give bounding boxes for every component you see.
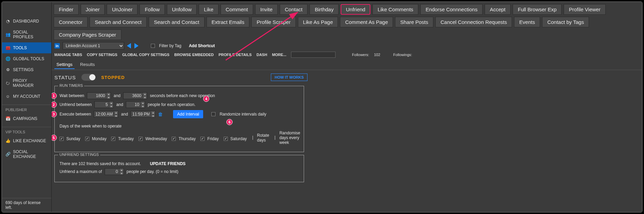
execute-from-input[interactable]: ▲▼ <box>94 111 118 118</box>
sidebar-item-label: GLOBAL TOOLS <box>13 56 44 61</box>
day-checkbox[interactable] <box>139 137 143 141</box>
tool-tab-share-posts[interactable]: Share Posts <box>395 17 433 27</box>
menu-bar: MANAGE TABS COPY SETTINGS GLOBAL COPY SE… <box>52 51 642 60</box>
tool-tab-cancel-connection-requests[interactable]: Cancel Connection Requests <box>435 17 512 27</box>
sidebar-item-my-account[interactable]: ☺ MY ACCOUNT <box>2 91 51 102</box>
delete-interval-button[interactable]: 🗑 <box>158 111 163 117</box>
sidebar-item-dashboard[interactable]: ◔ DASHBOARD <box>2 16 51 27</box>
friends-saved-text: There are 102 friends saved for this acc… <box>60 161 141 166</box>
search-input[interactable] <box>291 52 336 58</box>
unfriend-max-input[interactable]: ▲▼ <box>105 168 124 175</box>
sidebar-item-tools[interactable]: 🧰 TOOLS <box>2 42 51 53</box>
menu-dash[interactable]: DASH <box>257 53 267 57</box>
status-value: STOPPED <box>101 75 125 80</box>
tab-settings[interactable]: Settings <box>54 61 75 69</box>
sidebar-item-proxy-manager[interactable]: ⭮ PROXY MANAGER <box>2 75 51 91</box>
sidebar-item-global-tools[interactable]: 🌐 GLOBAL TOOLS <box>2 53 51 64</box>
menu-copy-settings[interactable]: COPY SETTINGS <box>87 53 117 57</box>
day-checkbox[interactable] <box>224 137 228 141</box>
tool-tab-birthday[interactable]: Birthday <box>310 4 339 15</box>
unfriend-min-input[interactable]: ▲▼ <box>94 101 114 108</box>
account-select[interactable]: Linkedin Account 1 <box>63 42 124 50</box>
unfriend-between-row: 2 Unfriend between ▲▼ and ▲▼ people for … <box>60 101 299 108</box>
next-account-button[interactable] <box>134 43 139 49</box>
wait-between-label: Wait between <box>60 93 84 98</box>
tool-tab-invite[interactable]: Invite <box>255 4 278 15</box>
menu-profile-details[interactable]: PROFILE DETAILS <box>219 53 252 57</box>
execute-to-input[interactable]: ▲▼ <box>131 111 155 118</box>
randomise-days-label: Randomise days every week <box>279 131 300 145</box>
tool-tab-unjoiner[interactable]: UnJoiner <box>107 4 137 15</box>
unfriend-settings-legend: UNFRIEND SETTINGS <box>58 152 100 157</box>
update-friends-button[interactable]: UPDATE FRIENDS <box>150 161 185 166</box>
user-icon: ☺ <box>5 94 10 99</box>
tool-tab-endorse-connnections[interactable]: Endorse Connnections <box>420 4 483 15</box>
tool-tab-finder[interactable]: Finder <box>54 4 79 15</box>
day-checkbox[interactable] <box>172 137 176 141</box>
day-checkbox[interactable] <box>111 137 115 141</box>
sidebar-item-label: PROXY MANAGER <box>13 78 48 88</box>
unfriend-between-suffix: people for each operation. <box>148 102 195 107</box>
tool-tab-connector[interactable]: Connector <box>54 17 88 27</box>
add-interval-button[interactable]: Add Interval <box>173 110 203 118</box>
tab-results[interactable]: Results <box>78 61 97 69</box>
menu-global-copy-settings[interactable]: GLOBAL COPY SETTINGS <box>122 53 169 57</box>
day-checkbox[interactable] <box>60 137 64 141</box>
tool-tab-contact[interactable]: Contact <box>280 4 308 15</box>
callout-5: 5 <box>52 135 57 141</box>
day-wednesday[interactable]: Wednesday <box>139 136 167 141</box>
globe-icon: 🌐 <box>5 56 10 61</box>
day-sunday[interactable]: Sunday <box>60 136 80 141</box>
tool-tab-follow[interactable]: Follow <box>140 4 165 15</box>
menu-manage-tabs[interactable]: MANAGE TABS <box>54 53 82 57</box>
unfriend-max-input[interactable]: ▲▼ <box>126 101 145 108</box>
status-label: STATUS <box>54 75 76 80</box>
tool-tab-profile-viewer[interactable]: Profile Viewer <box>564 4 605 15</box>
randomise-days-checkbox[interactable] <box>275 136 275 140</box>
sidebar-item-campaigns[interactable]: 📅 CAMPAIGNS <box>2 113 51 124</box>
randomize-intervals-checkbox[interactable] <box>211 112 215 116</box>
tool-tab-search-and-contact[interactable]: Search and Contact <box>149 17 205 27</box>
day-label: Thursday <box>179 136 196 141</box>
tool-tab-like-comments[interactable]: Like Comments <box>372 4 418 15</box>
wait-max-input[interactable]: ▲▼ <box>123 92 147 99</box>
sidebar-item-like-exchange[interactable]: 👍 LIKE EXCHANGE <box>2 135 51 146</box>
menu-more[interactable]: MORE... <box>272 53 286 57</box>
day-label: Monday <box>92 136 107 141</box>
tool-tab-unfollow[interactable]: Unfollow <box>167 4 197 15</box>
status-toggle[interactable] <box>81 74 96 81</box>
tool-tab-comment-as-page[interactable]: Comment As Page <box>340 17 393 27</box>
sidebar-item-social-profiles[interactable]: 👥 SOCIAL PROFILES <box>2 27 51 42</box>
tool-tab-profile-scraper[interactable]: Profile Scraper <box>251 17 295 27</box>
day-saturday[interactable]: Saturday <box>224 136 247 141</box>
tool-tab-events[interactable]: Events <box>514 17 540 27</box>
rotate-days-checkbox[interactable] <box>252 136 253 140</box>
unfriend-max-suffix: people per day. (0 = no limit) <box>127 169 179 174</box>
tool-tab-unfriend[interactable]: Unfriend <box>341 4 370 15</box>
day-thursday[interactable]: Thursday <box>172 136 196 141</box>
day-tuesday[interactable]: Tuesday <box>111 136 134 141</box>
sidebar-item-settings[interactable]: ⚙ SETTINGS <box>2 64 51 75</box>
tool-tab-accept[interactable]: Accept <box>485 4 511 15</box>
tool-tab-search-and-connect[interactable]: Search and Connect <box>90 17 147 27</box>
prev-account-button[interactable] <box>127 43 131 49</box>
sidebar-item-social-exchange[interactable]: 🔗 SOCIAL EXCHANGE <box>2 146 51 162</box>
tool-tab-like-as-page[interactable]: Like As Page <box>298 17 338 27</box>
tool-tab-joiner[interactable]: Joiner <box>81 4 105 15</box>
day-checkbox[interactable] <box>200 137 205 141</box>
how-it-works-button[interactable]: HOW IT WORKS <box>271 73 307 81</box>
tool-tab-full-browser-exp[interactable]: Full Browser Exp <box>513 4 562 15</box>
tool-tab-like[interactable]: Like <box>199 4 219 15</box>
day-checkbox[interactable] <box>85 137 89 141</box>
tool-tab-company-pages-scraper[interactable]: Company Pages Scraper <box>54 29 121 40</box>
menu-browse-embedded[interactable]: BROWSE EMBEDDED <box>174 53 214 57</box>
wait-min-input[interactable]: ▲▼ <box>87 92 111 99</box>
day-monday[interactable]: Monday <box>85 136 107 141</box>
tool-tab-comment[interactable]: Comment <box>221 4 253 15</box>
filter-by-tag-checkbox[interactable] <box>151 44 155 48</box>
day-friday[interactable]: Friday <box>200 136 219 141</box>
add-shortcut-link[interactable]: Add Shortcut <box>189 43 215 48</box>
tool-tab-contact-by-tags[interactable]: Contact by Tags <box>542 17 589 27</box>
filter-by-tag-label: Filter by Tag <box>159 43 181 48</box>
tool-tab-extract-emails[interactable]: Extract Emails <box>207 17 250 27</box>
